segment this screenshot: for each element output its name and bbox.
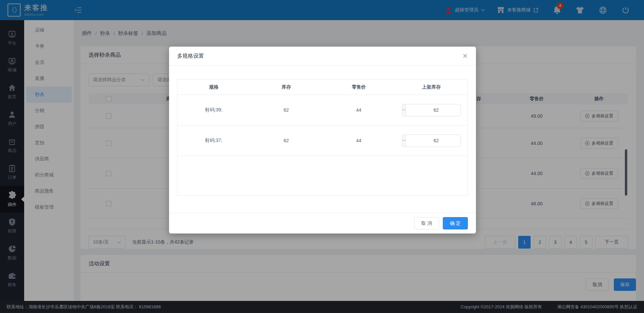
spec-stock: 62 [250,107,322,113]
spec-price: 44 [323,107,395,113]
stock-col-header: 库存 [250,84,322,90]
spec-name: 鞋码:37; [177,138,250,144]
multi-spec-modal: 多规格设置 ✕ 规格 库存 零售价 上架库存 鞋码:39; 62 44 − + … [169,47,476,233]
shelf-col-header: 上架库存 [395,84,468,90]
close-icon[interactable]: ✕ [462,53,468,59]
price-col-header: 零售价 [323,84,395,90]
spec-row: 鞋码:39; 62 44 − + [177,95,468,125]
modal-cancel-button[interactable]: 取 消 [414,217,439,229]
modal-footer: 取 消 确 定 [169,213,476,233]
modal-ok-button[interactable]: 确 定 [443,217,468,229]
stepper-minus-button[interactable]: − [402,104,406,116]
spec-row: 鞋码:37; 62 44 − + [177,125,468,156]
spec-stock: 62 [250,138,322,143]
spec-col-header: 规格 [177,84,250,90]
stepper-minus-button[interactable]: − [402,135,406,147]
spec-name: 鞋码:39; [177,107,250,113]
spec-table-header: 规格 库存 零售价 上架库存 [177,80,468,95]
shelf-stock-stepper: − + [402,135,461,147]
modal-title: 多规格设置 [177,53,204,60]
shelf-stock-stepper: − + [402,104,461,116]
spec-price: 44 [323,138,395,143]
shelf-stock-input[interactable] [406,104,461,116]
shelf-stock-input[interactable] [406,135,461,147]
spec-table: 规格 库存 零售价 上架库存 鞋码:39; 62 44 − + 鞋码:37; 6… [177,79,468,196]
